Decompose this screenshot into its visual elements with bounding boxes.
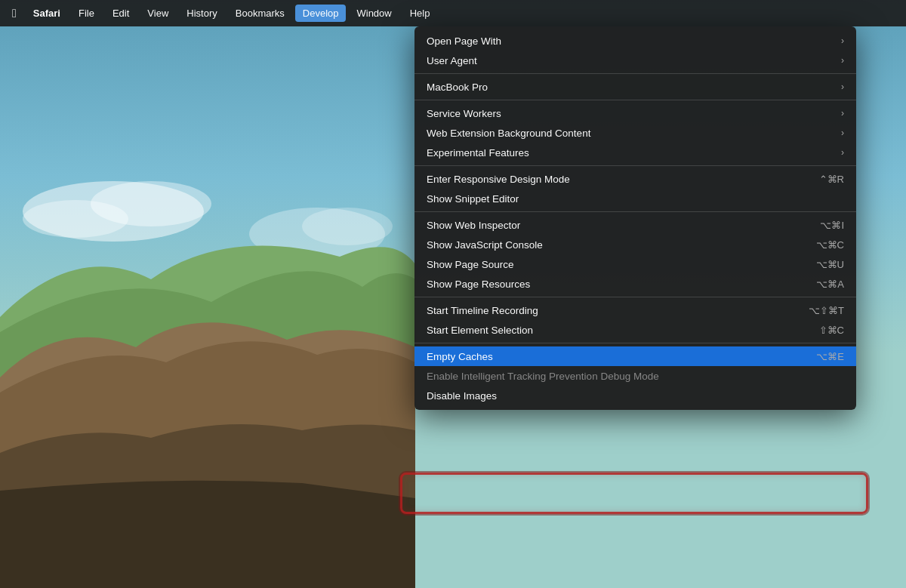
svg-point-3 — [23, 200, 128, 238]
separator-5 — [414, 297, 856, 297]
menu-item-start-timeline-shortcut: ⌥⇧⌘T — [809, 305, 844, 316]
submenu-arrow: › — [841, 147, 844, 158]
menu-item-start-element-selection[interactable]: Start Element Selection ⇧⌘C — [414, 320, 856, 340]
menu-item-show-js-console[interactable]: Show JavaScript Console ⌥⌘C — [414, 235, 856, 254]
menu-item-macbook-pro-label: MacBook Pro — [427, 82, 835, 93]
window-menu[interactable]: Window — [349, 5, 399, 22]
menu-item-show-js-console-label: Show JavaScript Console — [427, 239, 801, 251]
menu-item-experimental-features[interactable]: Experimental Features › — [414, 143, 856, 162]
menu-item-show-page-source-shortcut: ⌥⌘U — [816, 259, 844, 270]
develop-menu[interactable]: Develop — [295, 5, 347, 22]
menu-item-show-page-source-label: Show Page Source — [427, 259, 801, 270]
menu-item-empty-caches-shortcut: ⌥⌘E — [816, 351, 844, 362]
menu-item-enter-responsive-label: Enter Responsive Design Mode — [427, 174, 804, 185]
file-menu[interactable]: File — [71, 5, 102, 22]
separator-6 — [414, 343, 856, 343]
menu-item-experimental-features-label: Experimental Features — [427, 147, 835, 159]
menu-item-show-web-inspector-label: Show Web Inspector — [427, 220, 805, 231]
menu-item-enable-itp-debug-label: Enable Intelligent Tracking Prevention D… — [427, 371, 844, 382]
menu-item-open-page-with[interactable]: Open Page With › — [414, 31, 856, 51]
menu-item-show-snippet-editor[interactable]: Show Snippet Editor — [414, 189, 856, 208]
view-menu[interactable]: View — [140, 5, 176, 22]
menu-item-show-web-inspector-shortcut: ⌥⌘I — [820, 220, 844, 231]
submenu-arrow: › — [841, 82, 844, 92]
help-menu[interactable]: Help — [402, 5, 438, 22]
menu-item-show-page-source[interactable]: Show Page Source ⌥⌘U — [414, 254, 856, 274]
menu-item-enter-responsive-shortcut: ⌃⌘R — [819, 174, 844, 185]
menu-item-show-snippet-editor-label: Show Snippet Editor — [427, 193, 844, 205]
submenu-arrow: › — [841, 35, 844, 46]
separator-2 — [414, 100, 856, 100]
separator-1 — [414, 73, 856, 74]
menu-item-show-page-resources-label: Show Page Resources — [427, 279, 801, 290]
menu-item-user-agent-label: User Agent — [427, 55, 835, 66]
apple-menu[interactable]:  — [6, 4, 23, 23]
menu-item-macbook-pro[interactable]: MacBook Pro › — [414, 77, 856, 97]
menu-item-show-page-resources[interactable]: Show Page Resources ⌥⌘A — [414, 274, 856, 294]
menu-item-web-extension-bg-label: Web Extension Background Content — [427, 128, 835, 139]
menu-item-service-workers[interactable]: Service Workers › — [414, 103, 856, 123]
menu-item-empty-caches-label: Empty Caches — [427, 351, 801, 362]
menu-item-show-page-resources-shortcut: ⌥⌘A — [816, 279, 844, 290]
safari-menu[interactable]: Safari — [26, 5, 68, 22]
history-menu[interactable]: History — [179, 5, 224, 22]
menu-item-show-web-inspector[interactable]: Show Web Inspector ⌥⌘I — [414, 215, 856, 235]
submenu-arrow: › — [841, 128, 844, 138]
separator-4 — [414, 211, 856, 212]
menu-item-service-workers-label: Service Workers — [427, 108, 835, 119]
submenu-arrow: › — [841, 108, 844, 119]
submenu-arrow: › — [841, 55, 844, 66]
menu-item-disable-images-label: Disable Images — [427, 390, 844, 402]
menu-item-web-extension-bg[interactable]: Web Extension Background Content › — [414, 123, 856, 143]
menu-item-disable-images[interactable]: Disable Images — [414, 386, 856, 405]
menu-item-empty-caches[interactable]: Empty Caches ⌥⌘E — [414, 346, 856, 366]
svg-point-5 — [302, 208, 393, 245]
bookmarks-menu[interactable]: Bookmarks — [228, 5, 292, 22]
menu-item-enable-itp-debug[interactable]: Enable Intelligent Tracking Prevention D… — [414, 366, 856, 386]
menu-item-enter-responsive[interactable]: Enter Responsive Design Mode ⌃⌘R — [414, 169, 856, 189]
menu-item-start-element-selection-label: Start Element Selection — [427, 325, 804, 336]
menu-item-start-timeline-label: Start Timeline Recording — [427, 305, 794, 316]
separator-3 — [414, 165, 856, 166]
menu-item-start-element-selection-shortcut: ⇧⌘C — [819, 325, 844, 336]
develop-dropdown: Open Page With › User Agent › MacBook Pr… — [414, 26, 856, 410]
menu-item-start-timeline[interactable]: Start Timeline Recording ⌥⇧⌘T — [414, 300, 856, 320]
menu-item-show-js-console-shortcut: ⌥⌘C — [816, 239, 844, 251]
edit-menu[interactable]: Edit — [105, 5, 137, 22]
menu-item-user-agent[interactable]: User Agent › — [414, 51, 856, 70]
menubar:  Safari File Edit View History Bookmark… — [0, 0, 906, 26]
menu-item-open-page-with-label: Open Page With — [427, 35, 835, 47]
